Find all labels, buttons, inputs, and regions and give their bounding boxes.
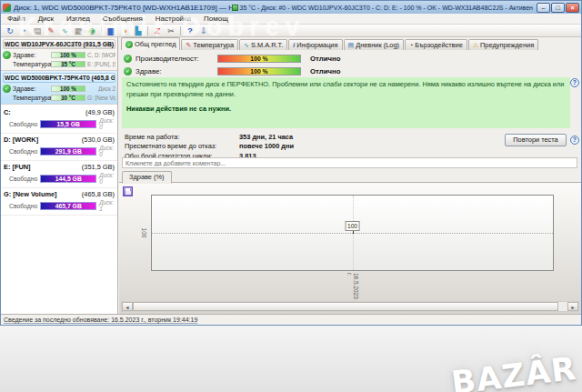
stat-value: 353 дни, 21 часа <box>239 133 293 141</box>
tab-alerts[interactable]: ⚠Предупреждения <box>468 39 538 50</box>
stat-value: повече 1000 дни <box>239 142 294 150</box>
disk-volumes: E: [FUN], [Sy <box>87 61 115 67</box>
page-background: BAZÂR <box>0 326 582 392</box>
temperature-pen-icon[interactable]: ✎ <box>45 25 56 36</box>
partition-item-d[interactable]: D: [WORK](530,0 GB) Свободно291,9 GBДиск… <box>1 134 117 161</box>
thermometer-icon: ✎ <box>186 42 191 49</box>
disk-volumes: G: [New Volu <box>87 95 115 101</box>
menu-settings[interactable]: Настройки <box>149 14 197 24</box>
update-icon[interactable]: ⇩ <box>198 25 209 36</box>
sidebar: WDC WD10JPVX-60JC3T0 (931,5 GB) Диск ✓ З… <box>1 37 118 314</box>
health-label: Здраве: <box>135 67 214 75</box>
toolbar-separator <box>101 26 102 35</box>
comment-input[interactable] <box>122 157 577 168</box>
temperature-label: Температура: <box>13 61 49 67</box>
partition-size: (49,9 GB) <box>85 108 115 116</box>
disk-panel-1-selected[interactable]: WDC WD5000BPKT-75PK4T0 (465,8 GB) ✓ Здра… <box>1 71 117 105</box>
stat-label: Време на работа: <box>125 133 239 141</box>
partition-list: C:(49,9 GB) Свободно15,5 GBДиск: 0 D: [W… <box>1 106 117 216</box>
window-controls: – □ × <box>537 3 579 13</box>
info-icon: i <box>293 42 295 49</box>
tab-overview[interactable]: ✓Общ преглед <box>121 37 180 50</box>
ok-check-icon: ✓ <box>3 51 11 59</box>
gauge-icon[interactable]: ◔ <box>18 25 29 36</box>
maximize-button[interactable]: □ <box>551 3 565 13</box>
free-label: Свободно <box>9 203 37 209</box>
performance-status: Отлично <box>310 55 341 63</box>
minimize-button[interactable]: – <box>537 3 550 13</box>
app-icon <box>3 4 11 12</box>
partition-disk: Диск: 0 <box>99 145 115 157</box>
disk-number: Диск 2 <box>98 85 115 92</box>
screenshot-root: Диск: 1, WDC WD5000BPKT-75PK4T0 [WD-WXH1… <box>0 0 582 392</box>
tab-temperature[interactable]: ✎Температура <box>181 39 238 50</box>
action-text: Никакви действия не са нужни. <box>126 105 566 115</box>
partition-item-c[interactable]: C:(49,9 GB) Свободно15,5 GBДиск: 0 <box>1 106 117 134</box>
disk-summary: 35 °C - Диск: #0 - WDC WD10JPVX-60JC3T0 … <box>232 5 533 11</box>
tab-log[interactable]: ▤Дневник (Log) <box>344 39 405 50</box>
disk-panel-title: WDC WD10JPVX-60JC3T0 (931,5 GB) Диск <box>3 39 115 49</box>
disk-summary-text: 35 °C - Диск: #0 - WDC WD10JPVX-60JC3T0 … <box>240 5 533 11</box>
free-label: Свободно <box>9 148 37 155</box>
disk-panel-0[interactable]: WDC WD10JPVX-60JC3T0 (931,5 GB) Диск ✓ З… <box>1 37 117 71</box>
app-window: Диск: 1, WDC WD5000BPKT-75PK4T0 [WD-WXH1… <box>0 0 582 326</box>
chart-tab-health[interactable]: Здраве (%) <box>122 171 172 184</box>
save-chart-icon[interactable] <box>123 186 133 196</box>
partition-disk: Диск: 0 <box>99 117 115 130</box>
partition-size: (465,8 GB) <box>82 190 115 198</box>
smart-icon[interactable]: ∿ <box>59 25 70 36</box>
partition-item-g[interactable]: G: [New Volume](465,8 GB) Свободно465,7 … <box>1 188 117 216</box>
partition-label: E: [FUN] <box>4 163 31 171</box>
health-bar: 100 % <box>51 52 85 58</box>
chart-scrollbar: ◄ ► <box>121 301 579 312</box>
partition-label: C: <box>4 108 11 116</box>
partition-item-e[interactable]: E: [FUN](351,5 GB) Свободно144,5 GBДиск:… <box>1 161 117 188</box>
lightning-icon[interactable]: Z <box>152 25 163 36</box>
help-icon[interactable]: ? <box>570 78 579 87</box>
menu-bar: Файл Диск Изглед Съобщения Настройки Пом… <box>1 14 581 25</box>
tab-performance[interactable]: ◔Бързодействие <box>405 39 467 50</box>
globe-icon[interactable]: ◉ <box>86 25 97 36</box>
free-space-bar: 291,9 GB <box>40 147 96 156</box>
main-content: ✓Общ преглед ✎Температура ∿S.M.A.R.T. iИ… <box>119 37 581 314</box>
retest-button[interactable]: Повтори теста <box>505 134 567 146</box>
temperature-bar: 35 °C <box>51 61 85 67</box>
window-title: Диск: 1, WDC WD5000BPKT-75PK4T0 [WD-WXH1… <box>14 4 232 12</box>
overview-icon[interactable]: ▤ <box>32 25 43 36</box>
partition-size: (351,5 GB) <box>82 163 115 171</box>
performance-label: Производителност: <box>135 55 214 63</box>
tab-information[interactable]: iИнформация <box>288 39 342 50</box>
health-label: Здраве: <box>13 52 49 58</box>
title-bar[interactable]: Диск: 1, WDC WD5000BPKT-75PK4T0 [WD-WXH1… <box>1 1 581 14</box>
health-metric: ✓ Здраве: 100 % Отлично <box>124 67 581 75</box>
toolbar: ↻ ◔ ▤ ✎ ∿ ▦ ◉ ▆ ◑ ▙ Z ✂ ? ⇩ <box>1 25 581 37</box>
menu-messages[interactable]: Съобщения <box>96 14 149 24</box>
scrollbar-thumb[interactable] <box>133 302 558 311</box>
partition-size: (530,0 GB) <box>82 136 115 144</box>
free-space-bar: 144,5 GB <box>40 175 96 183</box>
refresh-icon[interactable]: ↻ <box>5 25 15 36</box>
menu-view[interactable]: Изглед <box>60 14 96 24</box>
temperature-bar: 30 °C <box>51 95 85 101</box>
smart-wave-icon: ∿ <box>244 42 249 49</box>
menu-file[interactable]: Файл <box>1 14 32 24</box>
scroll-right-icon[interactable]: ► <box>567 302 578 311</box>
free-space-bar: 465,7 GB <box>40 202 96 210</box>
scissors-icon[interactable]: ✂ <box>166 25 176 36</box>
close-button[interactable]: × <box>566 3 579 13</box>
menu-help[interactable]: Помощ <box>197 14 235 24</box>
chart-line-icon[interactable]: ▙ <box>133 25 144 36</box>
scroll-left-icon[interactable]: ◄ <box>122 302 133 311</box>
help-icon[interactable]: ? <box>570 136 579 145</box>
health-status-box: Състоянието на твърдия диск е ПЕРФЕКТНО.… <box>122 77 570 128</box>
help-icon[interactable]: ? <box>185 25 196 36</box>
chart-bar-icon[interactable]: ▆ <box>105 25 116 36</box>
toolbar-separator <box>147 26 148 35</box>
disk-panel-title: WDC WD5000BPKT-75PK4T0 (465,8 GB) <box>3 73 115 83</box>
health-label: Здраве: <box>13 85 49 92</box>
tab-smart[interactable]: ∿S.M.A.R.T. <box>239 39 287 50</box>
menu-disk[interactable]: Диск <box>32 14 60 24</box>
chart-pie-icon[interactable]: ◑ <box>119 25 130 36</box>
surface-icon[interactable]: ▦ <box>73 25 84 36</box>
partition-label: D: [WORK] <box>4 136 38 144</box>
